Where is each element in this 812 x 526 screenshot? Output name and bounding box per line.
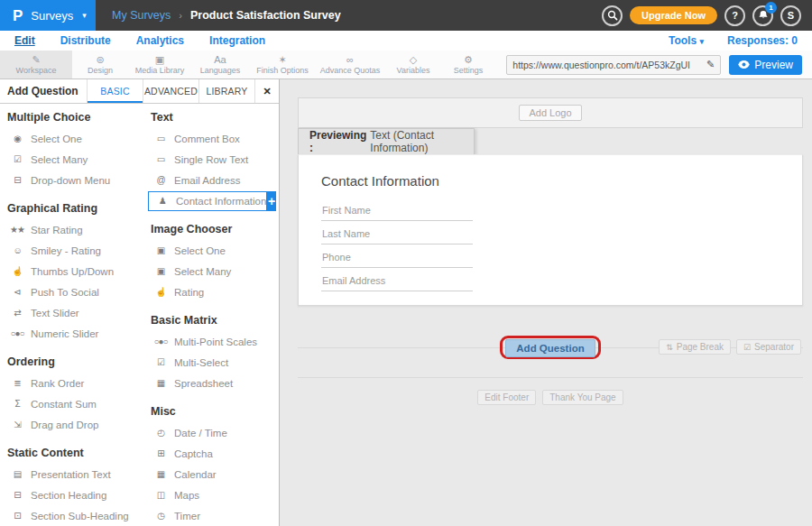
- nav-tab-integration[interactable]: Integration: [209, 34, 265, 47]
- last-name-input[interactable]: [321, 226, 473, 245]
- page-controls: ⇅ Page Break ☑ Separator: [659, 339, 801, 355]
- question-column-2: Text ▭Comment Box ▭Single Row Text @Emai…: [143, 104, 279, 526]
- question-type-star-rating[interactable]: ★★Star Rating: [0, 219, 143, 240]
- question-type-select-many[interactable]: ☑Select Many: [0, 149, 143, 170]
- question-type-spreadsheet[interactable]: ▦Spreadsheet: [143, 373, 279, 393]
- question-type-push-to-social[interactable]: ⊲Push To Social: [0, 281, 143, 302]
- phone-field: [321, 249, 802, 268]
- question-type-constant-sum[interactable]: ΣConstant Sum: [0, 393, 143, 414]
- section-basic-matrix: Basic Matrix ○●○Multi-Point Scales ☑Mult…: [143, 314, 279, 393]
- tab-library[interactable]: LIBRARY: [198, 79, 254, 103]
- question-type-section-heading[interactable]: ⊟Section Heading: [0, 484, 143, 505]
- nav-tab-edit[interactable]: Edit: [14, 34, 35, 47]
- toolbar-variables-button[interactable]: ◇ Variables: [384, 51, 442, 78]
- calendar-icon: ▦: [151, 469, 171, 479]
- drag-icon: ⇲: [7, 420, 27, 429]
- at-sign-icon: @: [151, 175, 171, 185]
- toolbar-variables-label: Variables: [397, 66, 430, 75]
- add-question-row: Add Question ⇅ Page Break ☑ Separator: [298, 336, 803, 359]
- logo-strip: Add Logo: [298, 97, 803, 128]
- question-type-multi-point-scales[interactable]: ○●○Multi-Point Scales: [143, 331, 279, 352]
- toolbar-workspace-button[interactable]: ✎ Workspace: [0, 51, 72, 78]
- question-type-timer[interactable]: ◷Timer: [143, 505, 279, 526]
- toolbar-settings-button[interactable]: ⚙ Settings: [442, 51, 494, 78]
- question-type-smiley-rating[interactable]: ☺Smiley - Rating: [0, 240, 143, 261]
- form-title: Contact Information: [321, 173, 802, 189]
- question-type-select-one[interactable]: ◉Select One: [0, 128, 143, 149]
- question-type-multi-select[interactable]: ☑Multi-Select: [143, 352, 279, 373]
- clock-calendar-icon: ◴: [151, 428, 171, 438]
- dots-slider-icon: ○●○: [7, 328, 27, 338]
- toolbar-design-button[interactable]: ⊚ Design: [72, 51, 128, 78]
- question-type-drag-and-drop[interactable]: ⇲Drag and Drop: [0, 414, 143, 435]
- close-panel-button[interactable]: ✕: [254, 79, 279, 103]
- question-type-date-time[interactable]: ◴Date / Time: [143, 422, 279, 443]
- pencil-list-icon: ✎: [32, 54, 40, 65]
- thank-you-page-button[interactable]: Thank You Page: [542, 390, 623, 405]
- numbered-list-icon: ≣: [7, 378, 27, 388]
- question-type-rank-order[interactable]: ≣Rank Order: [0, 373, 143, 393]
- question-type-section-sub-heading[interactable]: ⊡Section Sub-Heading: [0, 505, 143, 526]
- question-type-image-rating[interactable]: ☝Rating: [143, 281, 279, 302]
- email-address-input[interactable]: [321, 272, 473, 291]
- edit-footer-button[interactable]: Edit Footer: [477, 390, 536, 405]
- first-name-input[interactable]: [321, 202, 473, 221]
- survey-url-input[interactable]: [512, 60, 703, 70]
- toolbar-languages-button[interactable]: Aa Languages: [191, 51, 249, 78]
- question-type-captcha[interactable]: ⊞Captcha: [143, 443, 279, 464]
- question-type-numeric-slider[interactable]: ○●○Numeric Slider: [0, 323, 143, 344]
- separator-button[interactable]: ☑ Separator: [736, 339, 801, 355]
- question-type-image-select-one[interactable]: ▣Select One: [143, 240, 279, 261]
- phone-input[interactable]: [321, 249, 473, 268]
- help-button[interactable]: ?: [724, 5, 745, 26]
- question-type-text-slider[interactable]: ⇄Text Slider: [0, 302, 143, 323]
- question-type-email-address[interactable]: @Email Address: [143, 170, 279, 190]
- question-type-comment-box[interactable]: ▭Comment Box: [143, 128, 279, 149]
- nav-tab-distribute[interactable]: Distribute: [60, 34, 111, 47]
- person-icon: ♟: [152, 196, 172, 206]
- question-type-calendar[interactable]: ▦Calendar: [143, 464, 279, 484]
- toolbar-finish-options-button[interactable]: ✶ Finish Options: [249, 51, 316, 78]
- question-type-thumbs-up-down[interactable]: ☝Thumbs Up/Down: [0, 261, 143, 281]
- question-type-dropdown-menu[interactable]: ⊟Drop-down Menu: [0, 170, 143, 190]
- survey-title: Product Satisfaction Survey: [190, 9, 341, 22]
- search-button[interactable]: [602, 5, 623, 26]
- question-mark-icon: ?: [732, 10, 738, 21]
- question-type-single-row-text[interactable]: ▭Single Row Text: [143, 149, 279, 170]
- question-type-label: Select One: [31, 134, 82, 144]
- radio-icon: ◉: [7, 134, 27, 143]
- question-type-contact-information-selected[interactable]: ♟Contact Information: [148, 191, 267, 211]
- separator-checkbox-icon: ☑: [743, 343, 751, 352]
- add-logo-button[interactable]: Add Logo: [519, 105, 581, 121]
- nav-tab-analytics[interactable]: Analytics: [136, 34, 184, 47]
- upgrade-now-button[interactable]: Upgrade Now: [630, 6, 717, 24]
- account-avatar[interactable]: S: [780, 5, 801, 26]
- notifications-button[interactable]: 1: [752, 5, 773, 26]
- section-graphical-rating: Graphical Rating ★★Star Rating ☺Smiley -…: [0, 202, 143, 344]
- search-icon: [607, 10, 618, 21]
- checkbox-icon: ☑: [7, 154, 27, 164]
- email-address-field: [321, 272, 802, 291]
- add-contact-information-button[interactable]: +: [267, 191, 276, 211]
- add-question-panel-header: Add Question BASIC ADVANCED LIBRARY ✕: [0, 79, 279, 104]
- question-type-maps[interactable]: ◫Maps: [143, 484, 279, 505]
- section-multiple-choice: Multiple Choice ◉Select One ☑Select Many…: [0, 111, 143, 190]
- question-type-presentation-text[interactable]: ▤Presentation Text: [0, 464, 143, 484]
- toolbar-media-library-button[interactable]: ▣ Media Library: [128, 51, 191, 78]
- tab-advanced[interactable]: ADVANCED: [143, 79, 198, 103]
- toolbar-advance-quotas-button[interactable]: ∞ Advance Quotas: [316, 51, 384, 78]
- survey-footer-row: Edit Footer Thank You Page: [298, 377, 803, 405]
- tab-basic[interactable]: BASIC: [87, 79, 143, 103]
- page-break-button[interactable]: ⇅ Page Break: [659, 339, 731, 355]
- product-switcher-menu[interactable]: P Surveys ▾: [0, 0, 96, 31]
- red-highlight-annotation: Add Question: [500, 336, 600, 359]
- preview-button[interactable]: Preview: [729, 55, 802, 75]
- responses-link[interactable]: Responses: 0: [727, 34, 798, 47]
- edit-url-pencil-icon[interactable]: ✎: [706, 59, 715, 70]
- question-type-image-select-many[interactable]: ▣Select Many: [143, 261, 279, 281]
- section-nav: Edit Distribute Analytics Integration To…: [0, 31, 812, 51]
- product-menu-label: Surveys: [31, 9, 73, 23]
- add-question-button[interactable]: Add Question: [505, 339, 595, 357]
- tools-menu[interactable]: Tools ▾: [669, 34, 704, 47]
- breadcrumb-my-surveys-link[interactable]: My Surveys: [112, 9, 171, 22]
